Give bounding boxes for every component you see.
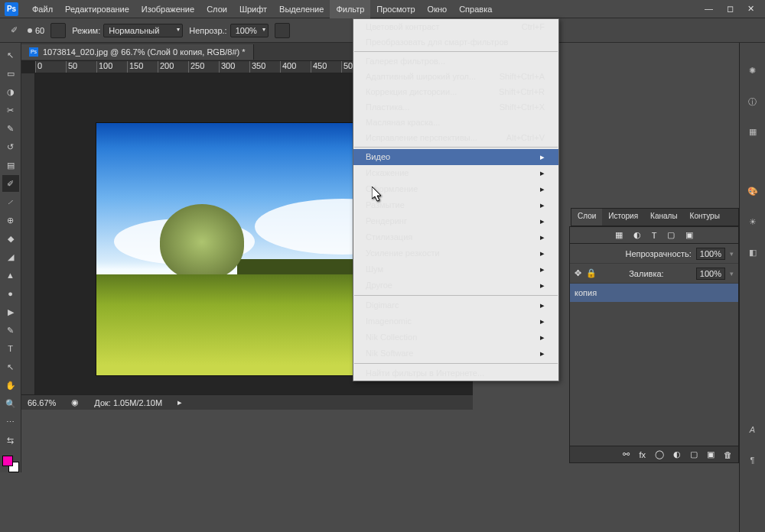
menu-edit[interactable]: Редактирование (59, 0, 135, 18)
filter-menu-item[interactable]: Шум (353, 261, 558, 277)
pressure-opacity-icon[interactable] (275, 23, 290, 38)
layer-opacity-value[interactable]: 100% (696, 248, 725, 260)
menu-type[interactable]: Шрифт (233, 0, 273, 18)
filter-image-icon[interactable]: ▦ (615, 230, 623, 240)
brush-panel-icon[interactable] (50, 23, 66, 38)
tool-crop[interactable]: ✂ (2, 102, 19, 118)
tool-marquee[interactable]: ▭ (2, 65, 19, 82)
filter-menu-item[interactable]: Искажение (353, 165, 558, 181)
chevron-down-icon[interactable]: ▾ (730, 250, 734, 258)
menu-file[interactable]: Файл (26, 0, 59, 18)
menu-select[interactable]: Выделение (273, 0, 330, 18)
tool-move[interactable]: ↖ (2, 47, 19, 63)
document-tab[interactable]: Ps 1073814_020.jpg @ 66.7% (Слой 0 копия… (21, 44, 254, 60)
filter-menu-item[interactable]: Коррекция дисторсии...Shift+Ctrl+R (353, 84, 558, 99)
filter-type-icon[interactable]: T (652, 231, 657, 240)
filter-menu-item[interactable]: Стилизация (353, 229, 558, 245)
layer-fill-value[interactable]: 100% (696, 268, 725, 280)
filter-menu-item[interactable]: Исправление перспективы...Alt+Ctrl+V (353, 130, 558, 145)
tool-zoom[interactable]: 🔍 (2, 395, 19, 412)
para-icon[interactable]: ¶ (746, 456, 760, 469)
tool-blur[interactable]: ▲ (2, 267, 19, 284)
tool-dodge[interactable]: ● (2, 285, 19, 302)
tool-path-select[interactable]: ↖ (2, 358, 19, 375)
filter-shape-icon[interactable]: ▢ (667, 230, 675, 240)
tool-type[interactable]: T (2, 340, 19, 357)
tool-more[interactable]: ⋯ (2, 414, 19, 430)
menu-layers[interactable]: Слои (200, 0, 233, 18)
filter-menu-item[interactable]: Пластика...Shift+Ctrl+X (353, 99, 558, 115)
menu-help[interactable]: Справка (453, 0, 498, 18)
tab-paths[interactable]: Контуры (684, 209, 726, 225)
filter-menu-item[interactable]: Цветовой контрастCtrl+F (353, 19, 558, 34)
tool-swap[interactable]: ⇆ (2, 432, 19, 449)
tool-hand[interactable]: ✋ (2, 377, 19, 394)
menu-filter[interactable]: Фильтр (330, 0, 370, 18)
tab-layers[interactable]: Слои (571, 209, 602, 225)
adjust-icon[interactable]: ☀ (746, 217, 760, 231)
chevron-down-icon[interactable]: ▾ (730, 270, 734, 277)
tool-history-brush[interactable]: ⊕ (2, 212, 19, 229)
filter-menu-item[interactable]: Digimarc (353, 297, 558, 313)
tab-history[interactable]: История (602, 209, 644, 225)
tool-bucket[interactable]: ◢ (2, 248, 19, 265)
menu-image[interactable]: Изображение (135, 0, 200, 18)
close-icon[interactable]: ✕ (747, 4, 754, 14)
tab-channels[interactable]: Каналы (644, 209, 684, 225)
color-swatches[interactable] (2, 456, 19, 472)
group-icon[interactable]: ▢ (690, 449, 698, 459)
filter-menu-item[interactable]: Галерея фильтров... (353, 54, 558, 69)
lock-move-icon[interactable]: ✥ (575, 268, 581, 278)
tool-pen[interactable]: ▶ (2, 303, 19, 320)
filter-menu-item[interactable]: Масляная краска... (353, 115, 558, 130)
color-icon[interactable]: ✺ (746, 66, 760, 79)
tool-eyedropper[interactable]: ✎ (2, 120, 19, 137)
filter-menu-item[interactable]: Imagenomic (353, 313, 558, 329)
tool-heal[interactable]: ↺ (2, 138, 19, 155)
filter-adjust-icon[interactable]: ◐ (633, 230, 641, 240)
trash-icon[interactable]: 🗑 (724, 450, 732, 459)
layer-row[interactable]: копия (570, 284, 738, 302)
styles-icon[interactable]: ◧ (746, 248, 760, 261)
tool-gradient[interactable]: ▤ (2, 157, 19, 174)
tool-pencil[interactable]: ✎ (2, 322, 19, 339)
fx-icon[interactable]: fx (639, 450, 646, 459)
maximize-icon[interactable]: ◻ (727, 4, 734, 14)
filter-menu-item[interactable]: Преобразовать для смарт-фильтров (353, 34, 558, 50)
menu-view[interactable]: Просмотр (370, 0, 421, 18)
filter-menu-item[interactable]: Видео (353, 149, 558, 165)
filter-smart-icon[interactable]: ▣ (685, 230, 693, 240)
filter-menu-item[interactable]: Оформление (353, 181, 558, 197)
status-menu-icon[interactable]: ▸ (177, 397, 182, 407)
filter-menu-item[interactable]: Усиление резкости (353, 245, 558, 261)
tool-brush[interactable]: ✐ (2, 175, 19, 192)
nav-icon[interactable]: ◉ (71, 397, 79, 407)
foreground-color[interactable] (2, 456, 13, 466)
link-icon[interactable]: ⚯ (623, 449, 630, 459)
lock-icon[interactable]: 🔒 (586, 268, 597, 278)
mask-icon[interactable]: ◯ (655, 449, 664, 459)
zoom-level[interactable]: 66.67% (28, 398, 56, 407)
swatches-icon[interactable]: ▦ (746, 127, 760, 141)
info-icon[interactable]: ⓘ (746, 96, 760, 110)
adjustment-icon[interactable]: ◐ (673, 449, 681, 459)
tool-clone[interactable]: ⟋ (2, 193, 19, 210)
filter-menu-item[interactable]: Nik Software (353, 345, 558, 362)
filter-menu-item[interactable]: Другое (353, 277, 558, 294)
palette-icon[interactable]: 🎨 (746, 187, 760, 200)
filter-menu-item[interactable]: Адаптивный широкий угол...Shift+Ctrl+A (353, 69, 558, 84)
tool-lasso[interactable]: ◑ (2, 83, 19, 100)
opacity-dropdown[interactable]: 100% (230, 24, 269, 37)
minimize-icon[interactable]: — (705, 4, 713, 14)
menu-window[interactable]: Окно (422, 0, 454, 18)
brush-size-picker[interactable]: 60 (28, 26, 44, 35)
filter-menu-item[interactable]: Размытие (353, 197, 558, 213)
tool-eraser[interactable]: ◆ (2, 230, 19, 247)
char-icon[interactable]: A (746, 425, 760, 439)
filter-menu-item[interactable]: Nik Collection (353, 329, 558, 345)
filter-menu-item[interactable]: Найти фильтры в Интернете... (353, 365, 558, 381)
filter-menu-item[interactable]: Рендеринг (353, 213, 558, 229)
mode-dropdown[interactable]: Нормальный (103, 24, 183, 37)
tool-preset-icon[interactable]: ✐ (6, 23, 21, 38)
new-layer-icon[interactable]: ▣ (707, 449, 715, 459)
